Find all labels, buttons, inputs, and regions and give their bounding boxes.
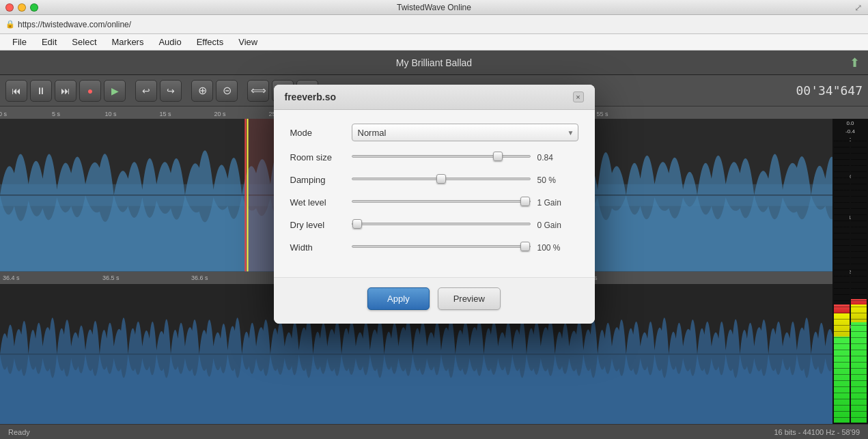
title-bar: TwistedWave Online ⤢	[0, 0, 868, 15]
address-bar: 🔒 https://twistedwave.com/online/	[0, 15, 868, 34]
ssl-lock-icon: 🔒	[5, 20, 15, 29]
dry-level-slider[interactable]	[352, 218, 531, 229]
modal-body: Mode Normal Freeze Allpass ▼	[274, 110, 595, 277]
url-display[interactable]: https://twistedwave.com/online/	[18, 20, 131, 29]
menu-audio[interactable]: Audio	[152, 36, 188, 48]
room-size-value: 0.84	[537, 153, 578, 162]
modal-footer: Apply Preview	[274, 277, 595, 324]
room-size-slider[interactable]	[352, 151, 531, 162]
damping-row: Damping 50 %	[290, 173, 578, 186]
mode-label: Mode	[290, 128, 352, 138]
room-size-label: Room size	[290, 152, 352, 162]
maximize-button[interactable]	[30, 3, 38, 12]
resize-icon[interactable]: ⤢	[854, 2, 863, 13]
mode-row: Mode Normal Freeze Allpass ▼	[290, 124, 578, 141]
room-size-control: 0.84	[352, 151, 578, 164]
mode-control: Normal Freeze Allpass ▼	[352, 124, 578, 141]
modal-overlay: freeverb.so × Mode Normal Freeze Allpass	[0, 51, 868, 439]
menu-view[interactable]: View	[232, 36, 264, 48]
dry-level-slider-wrapper[interactable]	[352, 218, 531, 231]
width-slider-wrapper[interactable]	[352, 241, 531, 254]
dry-level-row: Dry level 0 Gain	[290, 218, 578, 231]
modal-header: freeverb.so ×	[274, 85, 595, 110]
width-label: Width	[290, 242, 352, 253]
damping-value: 50 %	[537, 175, 578, 185]
mode-select[interactable]: Normal Freeze Allpass	[352, 124, 578, 141]
mode-select-wrapper[interactable]: Normal Freeze Allpass ▼	[352, 124, 578, 141]
dry-level-label: Dry level	[290, 220, 352, 230]
wet-level-slider-wrapper[interactable]	[352, 196, 531, 209]
width-row: Width 100 %	[290, 241, 578, 254]
modal-close-button[interactable]: ×	[573, 91, 584, 102]
close-button[interactable]	[5, 3, 14, 12]
minimize-button[interactable]	[18, 3, 26, 12]
room-size-slider-wrapper[interactable]	[352, 151, 531, 164]
width-control: 100 %	[352, 241, 578, 254]
damping-control: 50 %	[352, 173, 578, 186]
room-size-row: Room size 0.84	[290, 151, 578, 164]
menu-file[interactable]: File	[5, 36, 33, 48]
menu-bar: File Edit Select Markers Audio Effects V…	[0, 34, 868, 51]
app-container: My Brilliant Ballad ⬆ ⏮ ⏸ ⏭ ● ▶ ↩ ↪ ⊕ ⊝ …	[0, 51, 868, 439]
damping-label: Damping	[290, 175, 352, 185]
window-title: TwistedWave Online	[397, 3, 471, 12]
wet-level-row: Wet level 1 Gain	[290, 196, 578, 209]
wet-level-value: 1 Gain	[537, 198, 578, 208]
wet-level-label: Wet level	[290, 197, 352, 208]
modal-title: freeverb.so	[285, 91, 336, 102]
menu-effects[interactable]: Effects	[190, 36, 231, 48]
window-controls	[5, 3, 38, 12]
width-value: 100 %	[537, 243, 578, 253]
menu-markers[interactable]: Markers	[105, 36, 151, 48]
preview-button[interactable]: Preview	[438, 287, 501, 310]
wet-level-slider[interactable]	[352, 196, 531, 207]
dry-level-control: 0 Gain	[352, 218, 578, 231]
menu-edit[interactable]: Edit	[35, 36, 64, 48]
damping-slider[interactable]	[352, 173, 531, 184]
freeverb-dialog: freeverb.so × Mode Normal Freeze Allpass	[274, 85, 595, 324]
wet-level-control: 1 Gain	[352, 196, 578, 209]
dry-level-value: 0 Gain	[537, 221, 578, 230]
menu-select[interactable]: Select	[65, 36, 103, 48]
damping-slider-wrapper[interactable]	[352, 173, 531, 186]
width-slider[interactable]	[352, 241, 531, 252]
apply-button[interactable]: Apply	[367, 287, 430, 310]
